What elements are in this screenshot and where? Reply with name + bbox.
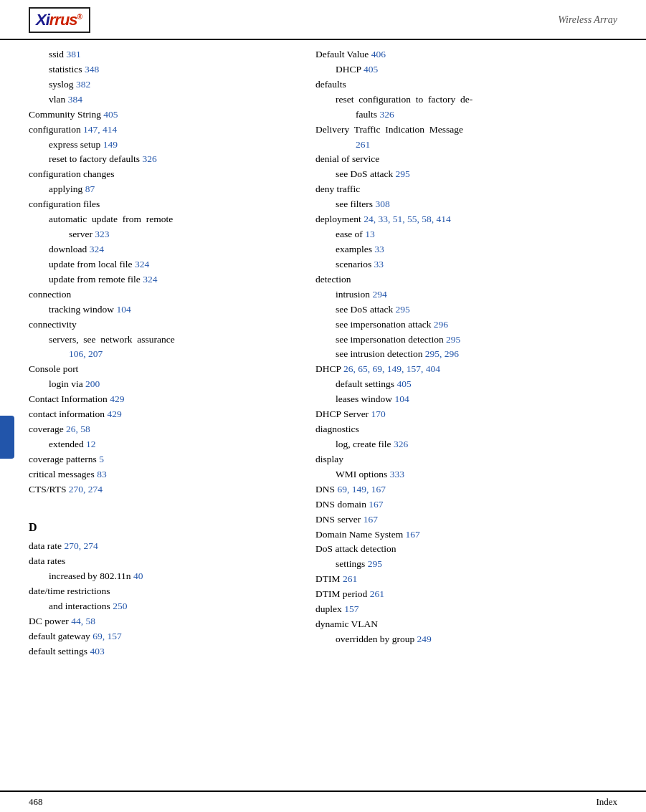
entry-syslog: syslog 382 xyxy=(29,77,294,92)
page: Xirrus® Wireless Array ssid 381 statisti… xyxy=(0,0,646,812)
entry-configuration: configuration 147, 414 xyxy=(29,123,294,138)
entry-see-impersonation-detection: see impersonation detection 295 xyxy=(315,333,617,348)
entry-see-dos-attack: see DoS attack 295 xyxy=(315,302,617,317)
entry-ssid: ssid 381 xyxy=(29,47,294,62)
entry-dhcp-default-settings: default settings 405 xyxy=(315,377,617,392)
right-column: Default Value 406 DHCP 405 defaults rese… xyxy=(308,47,617,659)
entry-80211n: increased by 802.11n 40 xyxy=(29,569,294,584)
logo: Xirrus® xyxy=(29,7,90,33)
entry-dns-server: DNS server 167 xyxy=(315,512,617,527)
logo-box: Xirrus® xyxy=(29,7,90,33)
logo-xi: Xi xyxy=(36,11,49,29)
entry-login-via: login via 200 xyxy=(29,377,294,392)
entry-data-rates: data rates xyxy=(29,554,294,569)
entry-express-setup: express setup 149 xyxy=(29,138,294,153)
entry-wmi-options: WMI options 333 xyxy=(315,467,617,482)
entry-coverage: coverage 26, 58 xyxy=(29,422,294,437)
entry-applying: applying 87 xyxy=(29,182,294,197)
entry-vlan: vlan 384 xyxy=(29,92,294,108)
entry-dynamic-vlan: dynamic VLAN xyxy=(315,617,617,632)
entry-intrusion: intrusion 294 xyxy=(315,287,617,302)
tab-decoration xyxy=(0,416,14,459)
entry-auto-update: automatic update from remote xyxy=(29,212,294,227)
entry-default-gateway: default gateway 69, 157 xyxy=(29,629,294,644)
entry-download: download 324 xyxy=(29,242,294,257)
main-content: ssid 381 statistics 348 syslog 382 vlan … xyxy=(0,40,646,688)
entry-scenarios: scenarios 33 xyxy=(315,257,617,272)
entry-faults: faults 326 xyxy=(315,108,617,123)
entry-examples: examples 33 xyxy=(315,242,617,257)
footer-label: Index xyxy=(596,796,617,808)
entry-update-local: update from local file 324 xyxy=(29,257,294,272)
entry-update-remote: update from remote file 324 xyxy=(29,272,294,287)
entry-reset-factory: reset to factory defaults 326 xyxy=(29,152,294,167)
entry-see-filters: see filters 308 xyxy=(315,197,617,212)
section-d: D xyxy=(29,519,294,537)
entry-dtim: DTIM 261 xyxy=(315,572,617,587)
entry-see-impersonation-attack: see impersonation attack 296 xyxy=(315,317,617,333)
entry-see-intrusion-detection: see intrusion detection 295, 296 xyxy=(315,347,617,362)
entry-console-port: Console port xyxy=(29,362,294,377)
entry-log-create: log, create file 326 xyxy=(315,437,617,452)
entry-dos-settings: settings 295 xyxy=(315,557,617,572)
entry-contact-information-cap: Contact Information 429 xyxy=(29,392,294,407)
entry-diagnostics: diagnostics xyxy=(315,422,617,437)
entry-connectivity: connectivity xyxy=(29,317,294,333)
entry-dtim-period: DTIM period 261 xyxy=(315,587,617,602)
entry-server: server 323 xyxy=(29,227,294,242)
logo-rrus: rrus® xyxy=(49,11,82,29)
entry-detection: detection xyxy=(315,272,617,287)
entry-dc-power: DC power 44, 58 xyxy=(29,614,294,629)
header-title: Wireless Array xyxy=(558,14,617,26)
entry-leases-window: leases window 104 xyxy=(315,392,617,407)
entry-display: display xyxy=(315,452,617,467)
entry-ease-of: ease of 13 xyxy=(315,227,617,242)
entry-coverage-patterns: coverage patterns 5 xyxy=(29,452,294,467)
entry-deployment: deployment 24, 33, 51, 55, 58, 414 xyxy=(315,212,617,227)
page-header: Xirrus® Wireless Array xyxy=(0,0,646,40)
entry-defaults: defaults xyxy=(315,77,617,92)
entry-community-string: Community String 405 xyxy=(29,108,294,123)
entry-contact-information: contact information 429 xyxy=(29,407,294,422)
entry-delivery-traffic: Delivery Traffic Indication Message xyxy=(315,123,617,138)
entry-overridden-by-group: overridden by group 249 xyxy=(315,632,617,647)
entry-dos-attack-detection: DoS attack detection xyxy=(315,542,617,557)
entry-default-value: Default Value 406 xyxy=(315,47,617,62)
entry-cts-rts: CTS/RTS 270, 274 xyxy=(29,482,294,497)
entry-see-dos: see DoS attack 295 xyxy=(315,167,617,182)
page-number: 468 xyxy=(29,796,43,808)
entry-denial-of-service: denial of service xyxy=(315,152,617,167)
entry-configuration-changes: configuration changes xyxy=(29,167,294,182)
entry-statistics: statistics 348 xyxy=(29,62,294,77)
entry-servers-assurance: servers, see network assurance xyxy=(29,333,294,348)
registered-mark: ® xyxy=(77,13,82,21)
entry-configuration-files: configuration files xyxy=(29,197,294,212)
entry-interactions: and interactions 250 xyxy=(29,599,294,614)
entry-reset-config: reset configuration to factory de- xyxy=(315,92,617,108)
entry-connection: connection xyxy=(29,287,294,302)
entry-data-rate: data rate 270, 274 xyxy=(29,539,294,554)
entry-duplex: duplex 157 xyxy=(315,602,617,617)
entry-delivery-num: 261 xyxy=(315,138,617,153)
entry-servers-nums: 106, 207 xyxy=(29,347,294,362)
entry-dns-domain: DNS domain 167 xyxy=(315,497,617,512)
entry-domain-name-system: Domain Name System 167 xyxy=(315,527,617,543)
left-column: ssid 381 statistics 348 syslog 382 vlan … xyxy=(29,47,308,659)
entry-dns: DNS 69, 149, 167 xyxy=(315,482,617,497)
entry-dhcp-405: DHCP 405 xyxy=(315,62,617,77)
entry-deny-traffic: deny traffic xyxy=(315,182,617,197)
entry-tracking-window: tracking window 104 xyxy=(29,302,294,317)
entry-default-settings: default settings 403 xyxy=(29,644,294,659)
entry-dhcp-main: DHCP 26, 65, 69, 149, 157, 404 xyxy=(315,362,617,377)
entry-dhcp-server: DHCP Server 170 xyxy=(315,407,617,422)
entry-critical-messages: critical messages 83 xyxy=(29,467,294,482)
entry-datetime-restrictions: date/time restrictions xyxy=(29,584,294,599)
entry-extended: extended 12 xyxy=(29,437,294,452)
page-footer: 468 Index xyxy=(0,790,646,812)
